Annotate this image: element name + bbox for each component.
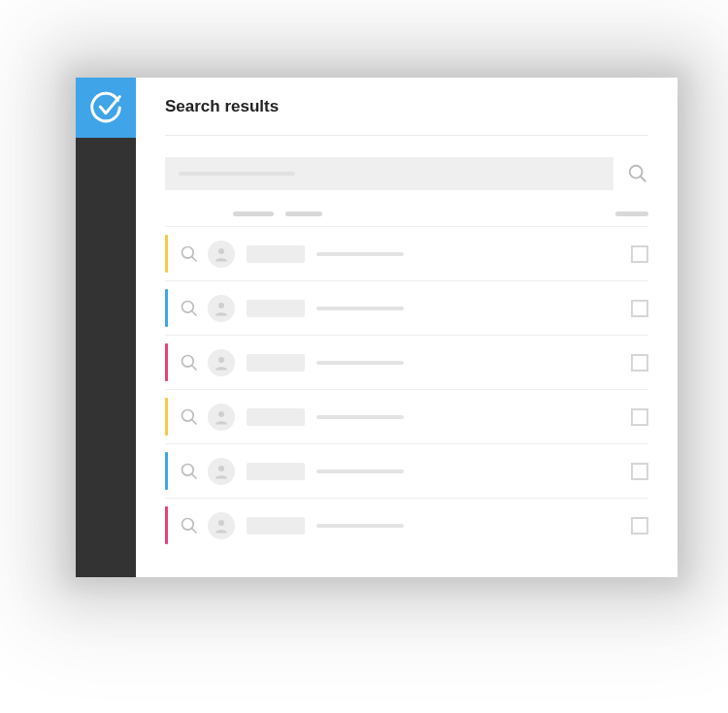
svg-line-1 [641,177,646,182]
result-row[interactable] [165,498,648,552]
avatar [208,349,235,376]
row-checkbox[interactable] [631,354,648,372]
svg-line-3 [192,256,197,261]
result-detail [316,361,404,365]
accent-stripe [165,452,168,490]
column-header-2 [285,211,322,216]
person-icon [213,517,230,535]
accent-stripe [165,343,168,381]
svg-point-4 [218,248,224,254]
person-icon [213,245,230,263]
person-icon [213,354,230,372]
person-icon [213,463,230,480]
svg-point-13 [218,411,224,417]
column-headers [165,211,648,226]
search-icon [180,407,199,427]
row-search-button[interactable] [179,406,200,428]
svg-line-6 [192,310,197,315]
row-checkbox[interactable] [631,408,648,426]
search-icon [180,353,199,373]
checkmark-circle-icon [87,89,124,126]
result-row[interactable] [165,335,648,389]
result-row[interactable] [165,443,648,498]
result-name [247,245,305,263]
accent-stripe [165,235,168,273]
main-content: Search results [136,78,678,577]
avatar [208,458,235,485]
search-input[interactable] [165,157,613,190]
column-header-3 [615,211,648,216]
row-checkbox[interactable] [631,300,648,317]
result-detail [316,524,404,528]
svg-point-8 [182,355,194,367]
search-button[interactable] [627,163,648,184]
accent-stripe [165,506,168,544]
svg-point-14 [182,464,194,475]
search-icon [180,516,199,535]
row-checkbox[interactable] [631,245,648,263]
result-row[interactable] [165,389,648,443]
row-checkbox[interactable] [631,463,648,480]
row-search-button[interactable] [179,515,200,536]
search-icon [627,163,648,184]
result-name [247,463,305,480]
app-logo[interactable] [76,78,136,138]
result-detail [316,252,404,256]
avatar [208,404,235,431]
avatar [208,295,235,322]
svg-point-16 [218,466,224,471]
avatar [208,241,235,268]
svg-point-2 [182,246,194,258]
accent-stripe [165,289,168,327]
result-name [247,300,305,317]
result-name [247,517,305,535]
result-detail [316,470,404,473]
result-detail [316,307,404,310]
result-row[interactable] [165,226,648,280]
svg-line-15 [192,473,197,478]
search-bar [165,136,648,211]
svg-line-18 [192,528,197,533]
row-checkbox[interactable] [631,517,648,535]
page-title: Search results [165,78,648,136]
person-icon [213,300,230,317]
row-search-button[interactable] [179,243,200,265]
app-window: Search results [76,78,678,577]
result-name [247,408,305,426]
search-icon [180,462,199,481]
svg-point-11 [182,409,194,421]
svg-point-7 [218,303,224,308]
svg-point-5 [182,301,194,312]
svg-point-10 [218,357,224,363]
avatar [208,512,235,539]
results-list [165,226,648,552]
svg-point-0 [630,166,643,178]
svg-point-19 [218,520,224,526]
row-search-button[interactable] [179,298,200,319]
svg-point-17 [182,518,194,530]
result-row[interactable] [165,280,648,335]
row-search-button[interactable] [179,352,200,373]
svg-line-9 [192,365,197,370]
sidebar [76,78,136,577]
accent-stripe [165,398,168,436]
row-search-button[interactable] [179,461,200,482]
search-icon [180,299,199,318]
search-icon [180,244,199,264]
result-detail [316,415,404,419]
result-name [247,354,305,372]
column-header-1 [233,211,274,216]
svg-line-12 [192,419,197,424]
person-icon [213,408,230,426]
